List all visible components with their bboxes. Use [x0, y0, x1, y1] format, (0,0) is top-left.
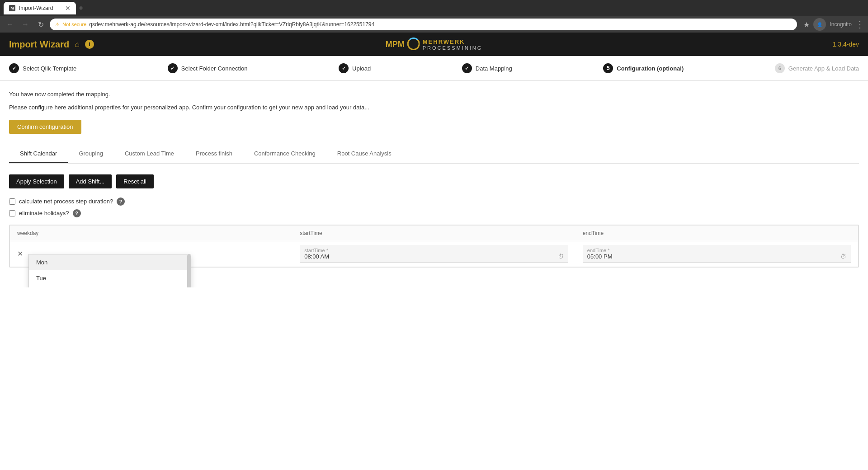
home-icon[interactable]: ⌂	[75, 40, 80, 49]
wizard-step-2: ✓ Select Folder-Connection	[168, 63, 248, 73]
eliminate-holidays-checkbox[interactable]	[9, 210, 15, 216]
eliminate-holidays-label: eliminate holidays?	[19, 210, 69, 216]
wizard-step-3: ✓ Upload	[339, 63, 371, 73]
step-6-number: 6	[778, 66, 781, 71]
tab-process-finish[interactable]: Process finish	[185, 145, 243, 163]
eliminate-holidays-row: eliminate holidays? ?	[9, 209, 859, 217]
wizard-step-4: ✓ Data Mapping	[462, 63, 512, 73]
endtime-field-label: endTime *	[587, 248, 846, 253]
action-buttons: Apply Selection Add Shift... Reset all	[9, 174, 859, 188]
dropdown-scroll-thumb[interactable]	[187, 254, 191, 287]
tab-shift-calendar[interactable]: Shift Calendar	[9, 145, 68, 163]
wizard-step-6: 6 Generate App & Load Data	[775, 63, 859, 73]
tab-conformance-checking[interactable]: Conformance Checking	[243, 145, 326, 163]
header-row: weekday startTime endTime	[10, 225, 859, 241]
net-process-checkbox[interactable]	[9, 198, 15, 205]
app-title-area: Import Wizard ⌂ i	[9, 39, 94, 50]
shift-table-header: weekday startTime endTime	[10, 225, 859, 241]
tab-favicon: M	[9, 5, 15, 11]
reset-all-button[interactable]: Reset all	[116, 174, 154, 188]
dropdown-scrollbar	[187, 254, 191, 287]
step-6-circle: 6	[775, 63, 785, 73]
dropdown-item-tue[interactable]: Tue	[29, 270, 191, 286]
active-browser-tab[interactable]: M Import-Wizard ✕	[4, 2, 76, 14]
step-2-number: ✓	[170, 66, 175, 71]
tabs-container: Shift Calendar Grouping Custom Lead Time…	[9, 145, 859, 164]
incognito-label: Incognito	[830, 21, 852, 28]
shift-table: weekday startTime endTime ✕	[9, 225, 859, 267]
step-3-number: ✓	[342, 66, 346, 71]
step-2-label: Select Folder-Connection	[181, 65, 248, 72]
delete-row-button[interactable]: ✕	[17, 249, 23, 258]
apply-selection-button[interactable]: Apply Selection	[9, 174, 64, 188]
step-5-circle: 5	[603, 63, 613, 73]
tab-custom-lead-time[interactable]: Custom Lead Time	[114, 145, 185, 163]
bookmark-icon[interactable]: ★	[803, 20, 810, 29]
brand-logo: MPM MEHRWERK PROCESSMINING	[386, 38, 483, 51]
new-tab-button[interactable]: +	[79, 4, 84, 13]
tab-root-cause-analysis[interactable]: Root Cause Analysis	[326, 145, 402, 163]
add-shift-button[interactable]: Add Shift...	[69, 174, 112, 188]
security-label: Not secure	[62, 22, 86, 27]
wizard-step-1: ✓ Select Qlik-Template	[9, 63, 76, 73]
app-title-text: Import Wizard	[9, 39, 69, 50]
step-1-number: ✓	[12, 66, 16, 71]
step-3-circle: ✓	[339, 63, 349, 73]
close-tab-button[interactable]: ✕	[65, 5, 71, 12]
net-process-help-icon[interactable]: ?	[117, 197, 125, 206]
version-area: 1.3.4-dev	[833, 41, 859, 48]
security-icon: ⚠	[55, 22, 60, 28]
weekday-cell: ✕ Mon Tue Wed Thu	[10, 241, 293, 267]
shift-table-body: ✕ Mon Tue Wed Thu	[10, 241, 859, 267]
endtime-header: endTime	[576, 225, 859, 241]
step-4-number: ✓	[465, 66, 469, 71]
endtime-field[interactable]: endTime * 05:00 PM ⏱	[583, 245, 851, 263]
endtime-value-row: 05:00 PM ⏱	[587, 253, 846, 260]
step-6-label: Generate App & Load Data	[788, 65, 859, 72]
step-3-label: Upload	[352, 65, 371, 72]
brand-mpm: MPM	[386, 40, 405, 49]
starttime-value-row: 08:00 AM ⏱	[304, 253, 564, 260]
table-row: ✕ Mon Tue Wed Thu	[10, 241, 859, 267]
dropdown-item-wed[interactable]: Wed	[29, 286, 191, 287]
address-bar[interactable]: ⚠ Not secure qsdev.mehrwerk-ag.de/resour…	[50, 19, 797, 30]
starttime-clock-icon: ⏱	[558, 253, 564, 260]
starttime-cell: startTime * 08:00 AM ⏱	[292, 241, 576, 267]
dropdown-item-mon[interactable]: Mon	[29, 254, 191, 270]
weekday-cell-inner: ✕ Mon Tue Wed Thu	[17, 249, 285, 258]
brand-processmining: PROCESSMINING	[423, 45, 483, 51]
tab-grouping[interactable]: Grouping	[68, 145, 113, 163]
starttime-field[interactable]: startTime * 08:00 AM ⏱	[300, 245, 568, 263]
logo-circle	[407, 38, 420, 50]
more-options-button[interactable]: ⋮	[855, 19, 864, 30]
tab-title: Import-Wizard	[19, 5, 53, 11]
shift-table-container: weekday startTime endTime ✕	[9, 225, 859, 268]
brand-text-area: MEHRWERK PROCESSMINING	[423, 38, 483, 51]
endtime-value: 05:00 PM	[587, 253, 613, 260]
intro-line2: Please configure here additional propert…	[9, 103, 859, 113]
endtime-cell: endTime * 05:00 PM ⏱	[576, 241, 859, 267]
step-2-circle: ✓	[168, 63, 178, 73]
weekday-dropdown-list[interactable]: Mon Tue Wed Thu Fri Sat	[28, 254, 191, 287]
wizard-steps-bar: ✓ Select Qlik-Template ✓ Select Folder-C…	[0, 56, 868, 81]
endtime-clock-icon: ⏱	[840, 253, 846, 260]
version-badge: 1.3.4-dev	[833, 41, 859, 48]
eliminate-holidays-help-icon[interactable]: ?	[73, 209, 81, 217]
forward-button[interactable]: →	[19, 18, 32, 31]
browser-nav-bar: ← → ↻ ⚠ Not secure qsdev.mehrwerk-ag.de/…	[0, 16, 868, 33]
info-icon[interactable]: i	[85, 40, 94, 49]
step-5-label: Configuration (optional)	[617, 65, 684, 72]
back-button[interactable]: ←	[4, 18, 16, 31]
reload-button[interactable]: ↻	[34, 18, 47, 31]
starttime-value: 08:00 AM	[304, 253, 329, 260]
net-process-row: calculate net process step duration? ?	[9, 197, 859, 206]
dropdown-scroll-area: Mon Tue Wed Thu Fri Sat	[29, 254, 191, 287]
wizard-step-5: 5 Configuration (optional)	[603, 63, 684, 73]
step-1-circle: ✓	[9, 63, 19, 73]
confirm-configuration-button[interactable]: Confirm configuration	[9, 120, 81, 134]
url-text: qsdev.mehrwerk-ag.de/resources/import-wi…	[89, 21, 374, 28]
brand-logo-circle-area	[407, 38, 420, 51]
browser-right-controls: ★ 👤 Incognito ⋮	[803, 18, 864, 31]
step-4-label: Data Mapping	[476, 65, 512, 72]
profile-button[interactable]: 👤	[813, 18, 826, 31]
